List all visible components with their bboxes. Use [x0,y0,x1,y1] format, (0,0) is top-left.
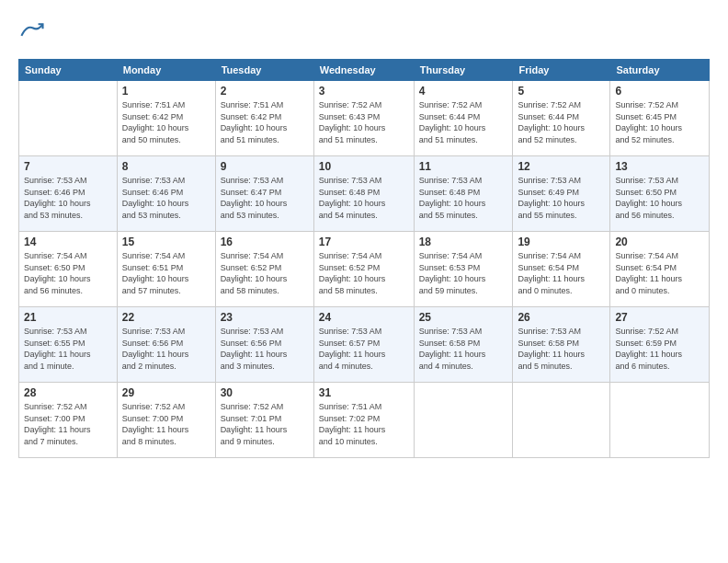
day-header-tuesday: Tuesday [215,60,313,81]
day-number: 23 [221,311,309,324]
day-number: 3 [319,85,409,98]
day-number: 1 [122,85,210,98]
calendar-cell: 16Sunrise: 7:54 AM Sunset: 6:52 PM Dayli… [215,232,313,307]
calendar-cell: 22Sunrise: 7:53 AM Sunset: 6:56 PM Dayli… [117,307,215,383]
calendar-cell: 10Sunrise: 7:53 AM Sunset: 6:48 PM Dayli… [313,156,414,232]
calendar-cell: 18Sunrise: 7:54 AM Sunset: 6:53 PM Dayli… [414,232,513,307]
calendar-cell: 3Sunrise: 7:52 AM Sunset: 6:43 PM Daylig… [313,81,414,156]
calendar-cell: 21Sunrise: 7:53 AM Sunset: 6:55 PM Dayli… [19,307,118,383]
day-header-wednesday: Wednesday [313,60,414,81]
day-number: 15 [122,236,210,248]
day-info: Sunrise: 7:52 AM Sunset: 6:59 PM Dayligh… [615,326,704,372]
calendar-cell: 11Sunrise: 7:53 AM Sunset: 6:48 PM Dayli… [414,156,513,232]
calendar-cell: 29Sunrise: 7:52 AM Sunset: 7:00 PM Dayli… [117,383,215,458]
day-info: Sunrise: 7:53 AM Sunset: 6:46 PM Dayligh… [122,175,210,221]
calendar-week-row: 14Sunrise: 7:54 AM Sunset: 6:50 PM Dayli… [19,232,710,307]
calendar-cell [414,383,513,458]
day-number: 31 [319,386,409,399]
day-info: Sunrise: 7:52 AM Sunset: 7:00 PM Dayligh… [122,401,210,447]
calendar: SundayMondayTuesdayWednesdayThursdayFrid… [18,59,710,458]
calendar-cell: 5Sunrise: 7:52 AM Sunset: 6:44 PM Daylig… [513,81,610,156]
calendar-cell: 31Sunrise: 7:51 AM Sunset: 7:02 PM Dayli… [313,383,414,458]
calendar-cell: 9Sunrise: 7:53 AM Sunset: 6:47 PM Daylig… [215,156,313,232]
day-info: Sunrise: 7:53 AM Sunset: 6:46 PM Dayligh… [24,175,112,221]
calendar-cell: 30Sunrise: 7:52 AM Sunset: 7:01 PM Dayli… [215,383,313,458]
calendar-cell: 28Sunrise: 7:52 AM Sunset: 7:00 PM Dayli… [19,383,118,458]
calendar-cell: 27Sunrise: 7:52 AM Sunset: 6:59 PM Dayli… [610,307,710,383]
day-number: 2 [221,85,309,98]
calendar-cell: 19Sunrise: 7:54 AM Sunset: 6:54 PM Dayli… [513,232,610,307]
day-number: 10 [319,160,409,173]
page: SundayMondayTuesdayWednesdayThursdayFrid… [0,0,728,563]
day-info: Sunrise: 7:52 AM Sunset: 6:45 PM Dayligh… [615,99,704,145]
day-header-thursday: Thursday [414,60,513,81]
day-info: Sunrise: 7:53 AM Sunset: 6:58 PM Dayligh… [518,326,605,372]
day-number: 28 [24,386,112,399]
day-number: 17 [319,236,409,248]
day-number: 16 [221,236,309,248]
logo-icon [20,18,46,44]
day-number: 25 [419,311,508,324]
day-number: 27 [615,311,704,324]
calendar-cell: 1Sunrise: 7:51 AM Sunset: 6:42 PM Daylig… [117,81,215,156]
day-number: 18 [419,236,508,248]
day-number: 9 [221,160,309,173]
day-number: 29 [122,386,210,399]
day-info: Sunrise: 7:52 AM Sunset: 6:44 PM Dayligh… [518,99,605,145]
day-number: 14 [24,236,112,248]
day-info: Sunrise: 7:54 AM Sunset: 6:52 PM Dayligh… [221,250,309,296]
calendar-cell: 23Sunrise: 7:53 AM Sunset: 6:56 PM Dayli… [215,307,313,383]
day-info: Sunrise: 7:53 AM Sunset: 6:57 PM Dayligh… [319,326,409,372]
header [18,18,710,48]
day-info: Sunrise: 7:53 AM Sunset: 6:48 PM Dayligh… [419,175,508,221]
calendar-cell: 6Sunrise: 7:52 AM Sunset: 6:45 PM Daylig… [610,81,710,156]
day-info: Sunrise: 7:54 AM Sunset: 6:52 PM Dayligh… [319,250,409,296]
day-number: 13 [615,160,704,173]
day-number: 19 [518,236,605,248]
calendar-cell [513,383,610,458]
day-info: Sunrise: 7:53 AM Sunset: 6:48 PM Dayligh… [319,175,409,221]
day-info: Sunrise: 7:53 AM Sunset: 6:49 PM Dayligh… [518,175,605,221]
calendar-cell: 8Sunrise: 7:53 AM Sunset: 6:46 PM Daylig… [117,156,215,232]
day-number: 7 [24,160,112,173]
day-info: Sunrise: 7:53 AM Sunset: 6:47 PM Dayligh… [221,175,309,221]
day-info: Sunrise: 7:51 AM Sunset: 6:42 PM Dayligh… [221,99,309,145]
calendar-header-row: SundayMondayTuesdayWednesdayThursdayFrid… [19,60,710,81]
calendar-cell: 4Sunrise: 7:52 AM Sunset: 6:44 PM Daylig… [414,81,513,156]
day-number: 11 [419,160,508,173]
day-number: 26 [518,311,605,324]
day-number: 22 [122,311,210,324]
day-number: 8 [122,160,210,173]
day-number: 21 [24,311,112,324]
calendar-week-row: 21Sunrise: 7:53 AM Sunset: 6:55 PM Dayli… [19,307,710,383]
calendar-cell: 2Sunrise: 7:51 AM Sunset: 6:42 PM Daylig… [215,81,313,156]
calendar-cell: 12Sunrise: 7:53 AM Sunset: 6:49 PM Dayli… [513,156,610,232]
calendar-cell: 14Sunrise: 7:54 AM Sunset: 6:50 PM Dayli… [19,232,118,307]
calendar-cell [610,383,710,458]
day-info: Sunrise: 7:54 AM Sunset: 6:54 PM Dayligh… [518,250,605,296]
day-info: Sunrise: 7:53 AM Sunset: 6:56 PM Dayligh… [221,326,309,372]
calendar-cell: 20Sunrise: 7:54 AM Sunset: 6:54 PM Dayli… [610,232,710,307]
calendar-cell: 7Sunrise: 7:53 AM Sunset: 6:46 PM Daylig… [19,156,118,232]
day-info: Sunrise: 7:51 AM Sunset: 6:42 PM Dayligh… [122,99,210,145]
day-info: Sunrise: 7:53 AM Sunset: 6:56 PM Dayligh… [122,326,210,372]
calendar-cell: 25Sunrise: 7:53 AM Sunset: 6:58 PM Dayli… [414,307,513,383]
day-info: Sunrise: 7:51 AM Sunset: 7:02 PM Dayligh… [319,401,409,447]
logo [18,18,46,48]
calendar-cell: 26Sunrise: 7:53 AM Sunset: 6:58 PM Dayli… [513,307,610,383]
day-number: 5 [518,85,605,98]
day-number: 12 [518,160,605,173]
calendar-cell: 17Sunrise: 7:54 AM Sunset: 6:52 PM Dayli… [313,232,414,307]
calendar-week-row: 1Sunrise: 7:51 AM Sunset: 6:42 PM Daylig… [19,81,710,156]
day-info: Sunrise: 7:53 AM Sunset: 6:55 PM Dayligh… [24,326,112,372]
day-info: Sunrise: 7:54 AM Sunset: 6:54 PM Dayligh… [615,250,704,296]
calendar-cell: 15Sunrise: 7:54 AM Sunset: 6:51 PM Dayli… [117,232,215,307]
calendar-week-row: 7Sunrise: 7:53 AM Sunset: 6:46 PM Daylig… [19,156,710,232]
calendar-cell: 24Sunrise: 7:53 AM Sunset: 6:57 PM Dayli… [313,307,414,383]
day-number: 24 [319,311,409,324]
day-info: Sunrise: 7:53 AM Sunset: 6:50 PM Dayligh… [615,175,704,221]
day-info: Sunrise: 7:53 AM Sunset: 6:58 PM Dayligh… [419,326,508,372]
day-header-saturday: Saturday [610,60,710,81]
day-number: 30 [221,386,309,399]
day-info: Sunrise: 7:54 AM Sunset: 6:50 PM Dayligh… [24,250,112,296]
